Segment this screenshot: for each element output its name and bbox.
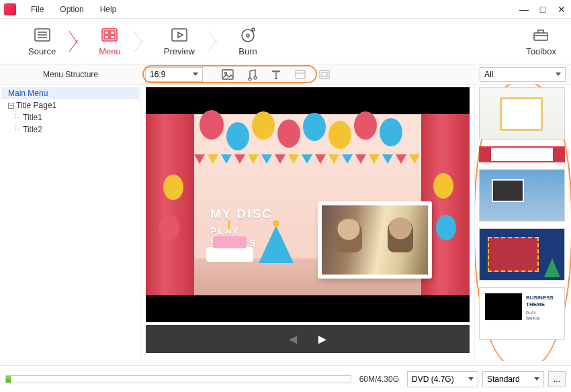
step-label: Menu	[99, 46, 121, 56]
svg-rect-20	[320, 70, 329, 79]
scene: MY DISC PLAY SCENES	[146, 114, 470, 295]
disc-capacity-bar	[5, 375, 351, 383]
status-bar: 60M/4.30G DVD (4.7G) Standard ...	[0, 365, 571, 392]
next-page-button[interactable]: ►	[316, 332, 329, 347]
step-label: Source	[28, 46, 56, 56]
aspect-ratio-select[interactable]: 16:9	[145, 67, 203, 82]
template-text: BUSINESS THEME PLAY SENCE	[522, 288, 554, 339]
page-nav: ◄ ►	[146, 325, 470, 353]
source-icon	[32, 26, 52, 44]
filter-value: All	[484, 70, 493, 79]
chevron-icon	[208, 21, 224, 62]
svg-point-13	[252, 28, 255, 31]
tree-item[interactable]: Title2	[5, 124, 139, 136]
step-source[interactable]: Source	[15, 26, 69, 56]
step-preview[interactable]: Preview	[150, 26, 208, 56]
minimize-button[interactable]: —	[519, 4, 529, 15]
burn-icon	[238, 26, 258, 44]
menu-file[interactable]: File	[23, 5, 52, 14]
template-item[interactable]	[479, 169, 565, 222]
cake-decoration	[206, 227, 253, 262]
svg-rect-9	[172, 29, 187, 41]
menu-structure-label: Menu Structure	[0, 70, 141, 79]
chevron-icon	[134, 21, 150, 62]
collapse-icon: −	[8, 103, 14, 109]
video-thumbnail[interactable]	[318, 201, 432, 279]
svg-marker-10	[178, 32, 183, 38]
maximize-button[interactable]: □	[537, 4, 548, 15]
hat-decoration	[259, 226, 294, 263]
svg-point-12	[247, 34, 249, 37]
caret-down-icon	[556, 72, 561, 76]
image-icon[interactable]	[222, 68, 234, 81]
quality-select[interactable]: Standard	[482, 371, 544, 387]
tree-root[interactable]: Main Menu	[1, 87, 139, 99]
menu-icon	[99, 26, 120, 44]
caret-down-icon	[534, 377, 539, 381]
step-nav: Source Menu Preview Burn Toolbox	[0, 19, 571, 64]
chevron-icon	[69, 21, 85, 62]
tree-group[interactable]: − Title Page1	[5, 99, 139, 111]
more-options-button[interactable]: ...	[548, 371, 566, 387]
menu-tools	[222, 68, 331, 81]
tree-item[interactable]: Title1	[5, 111, 139, 124]
template-item[interactable]: BUSINESS THEME PLAY SENCE	[479, 287, 565, 340]
close-button[interactable]: ✕	[556, 4, 567, 15]
menu-help[interactable]: Help	[92, 5, 125, 14]
disc-type-select[interactable]: DVD (4.7G)	[407, 371, 478, 387]
svg-rect-16	[222, 70, 233, 79]
main-area: Main Menu − Title Page1 Title1 Title2	[0, 85, 571, 361]
disc-size-label: 60M/4.30G	[355, 375, 403, 384]
template-item[interactable]	[479, 87, 565, 140]
tree-group-label: Title Page1	[16, 101, 56, 110]
toolbox-label: Toolbox	[526, 46, 556, 56]
svg-rect-18	[296, 70, 305, 79]
svg-point-11	[242, 30, 254, 42]
chapter-icon[interactable]	[294, 68, 306, 81]
step-label: Preview	[164, 46, 195, 56]
svg-point-17	[225, 72, 227, 74]
titlebar: File Option Help — □ ✕	[0, 0, 571, 19]
step-burn[interactable]: Burn	[224, 26, 271, 56]
text-icon[interactable]	[270, 68, 282, 81]
menu-option[interactable]: Option	[52, 5, 91, 14]
template-item[interactable]	[479, 228, 565, 281]
menu-structure-tree: Main Menu − Title Page1 Title1 Title2	[0, 85, 141, 361]
toolbox-icon	[531, 26, 552, 44]
svg-rect-14	[534, 33, 547, 40]
frame-icon[interactable]	[318, 68, 331, 81]
template-filter-select[interactable]: All	[480, 67, 566, 82]
preview-pane: MY DISC PLAY SCENES ◄ ►	[141, 85, 474, 361]
music-icon[interactable]	[246, 68, 258, 81]
menu-preview[interactable]: MY DISC PLAY SCENES	[146, 87, 470, 322]
app-logo	[4, 3, 16, 15]
options-bar: Menu Structure 16:9 All	[0, 64, 571, 85]
svg-rect-21	[322, 72, 327, 77]
prev-page-button[interactable]: ◄	[286, 332, 300, 347]
svg-rect-5	[104, 31, 109, 34]
aspect-value: 16:9	[150, 70, 165, 79]
window-controls: — □ ✕	[519, 4, 567, 15]
svg-rect-6	[110, 31, 115, 34]
step-label: Burn	[238, 46, 257, 56]
caret-down-icon	[468, 377, 474, 381]
preview-icon	[169, 26, 189, 44]
template-list[interactable]: BUSINESS THEME PLAY SENCE	[474, 85, 571, 361]
svg-rect-7	[104, 36, 109, 39]
toolbox-button[interactable]: Toolbox	[526, 26, 556, 56]
svg-rect-8	[110, 36, 115, 39]
template-item-selected[interactable]	[479, 146, 565, 162]
caret-down-icon	[193, 72, 198, 76]
step-menu[interactable]: Menu	[85, 26, 134, 56]
